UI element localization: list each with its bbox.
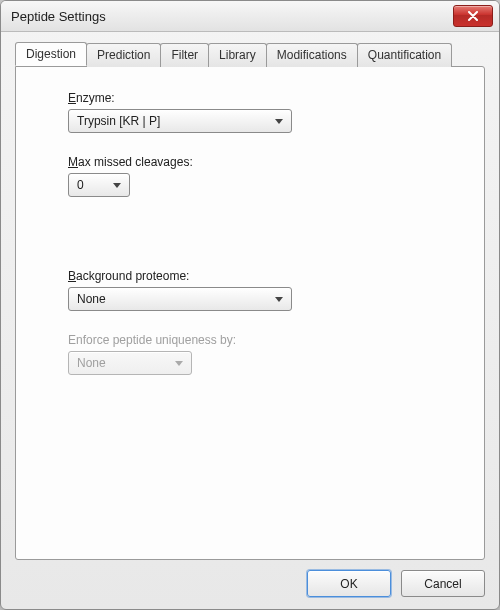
background-proteome-label: Background proteome: bbox=[68, 269, 454, 283]
enforce-uniqueness-label: Enforce peptide uniqueness by: bbox=[68, 333, 454, 347]
enzyme-group: Enzyme: Trypsin [KR | P] bbox=[68, 91, 454, 133]
tab-control: Digestion Prediction Filter Library Modi… bbox=[15, 42, 485, 560]
enforce-uniqueness-group: Enforce peptide uniqueness by: None bbox=[68, 333, 454, 375]
tab-prediction[interactable]: Prediction bbox=[86, 43, 161, 67]
cancel-button[interactable]: Cancel bbox=[401, 570, 485, 597]
chevron-down-icon bbox=[271, 119, 287, 124]
background-proteome-value: None bbox=[77, 292, 261, 306]
missed-cleavages-group: Max missed cleavages: 0 bbox=[68, 155, 454, 197]
tab-filter[interactable]: Filter bbox=[160, 43, 209, 67]
enzyme-label: Enzyme: bbox=[68, 91, 454, 105]
ok-button[interactable]: OK bbox=[307, 570, 391, 597]
close-button[interactable] bbox=[453, 5, 493, 27]
tab-digestion[interactable]: Digestion bbox=[15, 42, 87, 66]
close-icon bbox=[468, 11, 478, 21]
chevron-down-icon bbox=[171, 361, 187, 366]
missed-cleavages-combobox[interactable]: 0 bbox=[68, 173, 130, 197]
tab-library[interactable]: Library bbox=[208, 43, 267, 67]
background-proteome-group: Background proteome: None bbox=[68, 269, 454, 311]
missed-cleavages-value: 0 bbox=[77, 178, 99, 192]
client-area: Digestion Prediction Filter Library Modi… bbox=[1, 32, 499, 609]
background-proteome-combobox[interactable]: None bbox=[68, 287, 292, 311]
tab-page-digestion: Enzyme: Trypsin [KR | P] Max missed clea… bbox=[15, 66, 485, 560]
chevron-down-icon bbox=[109, 183, 125, 188]
chevron-down-icon bbox=[271, 297, 287, 302]
tab-quantification[interactable]: Quantification bbox=[357, 43, 452, 67]
titlebar: Peptide Settings bbox=[1, 1, 499, 32]
missed-cleavages-label: Max missed cleavages: bbox=[68, 155, 454, 169]
dialog-button-row: OK Cancel bbox=[15, 560, 485, 597]
window-title: Peptide Settings bbox=[11, 9, 453, 24]
enforce-uniqueness-combobox: None bbox=[68, 351, 192, 375]
peptide-settings-dialog: Peptide Settings Digestion Prediction Fi… bbox=[0, 0, 500, 610]
tab-modifications[interactable]: Modifications bbox=[266, 43, 358, 67]
enzyme-combobox[interactable]: Trypsin [KR | P] bbox=[68, 109, 292, 133]
enzyme-value: Trypsin [KR | P] bbox=[77, 114, 261, 128]
enforce-uniqueness-value: None bbox=[77, 356, 161, 370]
tab-strip: Digestion Prediction Filter Library Modi… bbox=[15, 42, 485, 66]
